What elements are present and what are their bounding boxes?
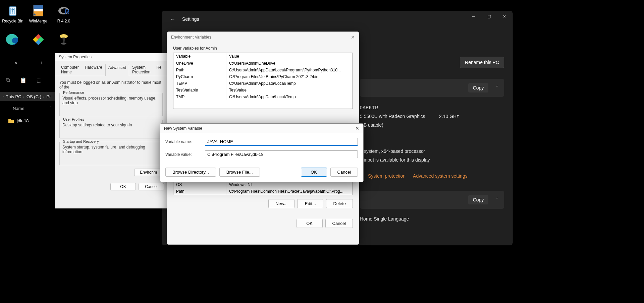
cpu-text: 5 5500U with Radeon Graphics — [360, 114, 425, 119]
explorer-tab[interactable]: ✕ — [0, 57, 32, 69]
minimize-button[interactable]: ─ — [466, 11, 481, 22]
touch-text: h input is available for this display — [360, 157, 430, 163]
winmerge-icon — [32, 4, 45, 17]
ai-icon[interactable]: ⬚ — [37, 77, 42, 83]
back-button[interactable]: ← — [167, 14, 178, 24]
close-icon[interactable]: ✕ — [355, 126, 359, 131]
user-vars-label: User variables for Admin — [167, 43, 359, 53]
table-row[interactable]: PathC:\Program Files\Common Files\Oracle… — [173, 188, 353, 195]
breadcrumb-osc[interactable]: OS (C:) — [26, 94, 41, 99]
table-row[interactable]: OSWindows_NT — [173, 181, 353, 188]
browse-directory-button[interactable]: Browse Directory... — [165, 168, 216, 177]
chevron-up-icon: ˆ — [496, 197, 498, 202]
new-button[interactable]: New... — [268, 199, 294, 208]
component-icon — [32, 33, 45, 46]
r-icon: R — [57, 4, 70, 17]
sysprops-buttons: OK Cancel — [55, 180, 167, 193]
tab-close-icon[interactable]: ✕ — [11, 59, 20, 67]
cancel-button[interactable]: Cancel — [330, 168, 358, 177]
window-controls: ─ ▢ ✕ — [466, 11, 512, 22]
table-row[interactable]: OneDriveC:\Users\Admin\OneDrive — [173, 60, 353, 67]
breadcrumb-chevron-icon: › — [3, 95, 4, 99]
user-profiles-group: User Profiles Desktop settings related t… — [59, 120, 163, 138]
svg-text:R: R — [64, 8, 69, 15]
breadcrumb[interactable]: › This PC › OS (C:) › Pr — [0, 92, 55, 101]
close-icon[interactable]: ✕ — [351, 35, 355, 40]
device-specs-panel[interactable]: Copy ˆ — [360, 79, 504, 97]
file-row-jdk18[interactable]: jdk-18 — [0, 116, 55, 125]
environment-variables-button[interactable]: Environm — [134, 169, 163, 176]
startup-recovery-group: Startup and Recovery System startup, sys… — [59, 142, 163, 165]
envvars-titlebar: Environment Variables ✕ — [167, 32, 359, 43]
tab-hardware[interactable]: Hardware — [82, 63, 105, 76]
browse-file-button[interactable]: Browse File... — [219, 168, 260, 177]
performance-group: Performance Visual effects, processor sc… — [59, 93, 163, 116]
settings-title: Settings — [182, 16, 199, 22]
chevron-right-icon: › — [23, 95, 24, 99]
breadcrumb-pr[interactable]: Pr — [46, 94, 51, 99]
table-row[interactable]: TEMPC:\Users\Admin\AppData\Local\Temp — [173, 80, 353, 87]
edit-button[interactable]: Edit... — [297, 199, 323, 208]
variable-name-label: Variable name: — [165, 139, 205, 144]
variable-value-label: Variable value: — [165, 152, 205, 157]
system-vars-buttons: New... Edit... Delete — [167, 195, 359, 212]
desktop-icon-winmerge[interactable]: WinMerge — [25, 3, 51, 28]
variable-value-input[interactable] — [205, 150, 358, 158]
system-properties-dialog: System Properties Computer Name Hardware… — [55, 53, 167, 208]
rename-pc-button[interactable]: Rename this PC — [460, 57, 504, 68]
tab-computer-name[interactable]: Computer Name — [58, 63, 82, 76]
edition-text: Home Single Language — [360, 216, 409, 222]
folder-icon — [8, 118, 14, 123]
desktop-icon-recycle-bin[interactable]: Recycle Bin — [0, 3, 25, 28]
delete-button[interactable]: Delete — [326, 199, 353, 208]
new-system-variable-dialog: New System Variable ✕ Variable name: Var… — [160, 123, 364, 182]
new-tab-button[interactable]: + — [34, 57, 49, 69]
tab-remote[interactable]: Re — [153, 63, 164, 76]
desktop-icon-edge[interactable] — [0, 32, 25, 57]
maximize-button[interactable]: ▢ — [481, 11, 497, 22]
recycle-bin-icon — [6, 4, 19, 17]
copy-icon[interactable]: ⧉ — [6, 77, 10, 83]
chevron-up-icon: ˆ — [496, 85, 498, 90]
sysprops-body: You must be logged on as an Administrato… — [55, 76, 167, 180]
table-row[interactable]: PyCharmC:\Program Files\JetBrains\PyChar… — [173, 73, 353, 80]
windows-specs-panel[interactable]: Copy ˆ — [360, 191, 504, 209]
link-advanced-system-settings[interactable]: Advanced system settings — [413, 173, 468, 179]
desktop-icon-r[interactable]: R R 4.2.0 — [51, 3, 76, 28]
user-vars-table[interactable]: Variable Value OneDriveC:\Users\Admin\On… — [173, 53, 353, 109]
sort-arrow-icon: ˆ — [50, 107, 51, 110]
svg-rect-2 — [34, 5, 43, 9]
device-name-text: 0AEKTR — [360, 105, 378, 110]
breadcrumb-thispc[interactable]: This PC — [6, 94, 21, 99]
newvar-titlebar: New System Variable ✕ — [160, 124, 363, 133]
chevron-right-icon: › — [43, 95, 44, 99]
copy-button[interactable]: Copy — [468, 195, 489, 204]
variable-name-input[interactable] — [205, 138, 358, 146]
table-header: Variable Value — [173, 53, 353, 60]
sysprops-tabs: Computer Name Hardware Advanced System P… — [55, 61, 167, 76]
paste-icon[interactable]: 📋 — [20, 77, 26, 83]
cpu-ghz-text: 2.10 GHz — [439, 114, 459, 119]
copy-button[interactable]: Copy — [468, 83, 489, 93]
desktop-icon-component[interactable] — [25, 32, 51, 57]
ok-button[interactable]: OK — [301, 168, 327, 177]
edge-icon — [6, 33, 19, 46]
desktop-icons: Recycle Bin WinMerge R R 4.2.0 — [0, 3, 76, 57]
table-row[interactable]: PathC:\Users\Admin\AppData\Local\Program… — [173, 67, 353, 73]
tab-system-protection[interactable]: System Protection — [129, 63, 153, 76]
envvars-dialog-buttons: OK Cancel — [167, 212, 359, 232]
cancel-button[interactable]: Cancel — [139, 183, 164, 190]
admin-note: You must be logged on as an Administrato… — [59, 80, 163, 89]
ok-button[interactable]: OK — [110, 183, 136, 190]
os-type-text: g system, x64-based processor — [360, 148, 425, 154]
cancel-button[interactable]: Cancel — [325, 219, 353, 228]
related-links: System protection Advanced system settin… — [368, 173, 468, 179]
tab-advanced[interactable]: Advanced — [105, 64, 129, 76]
table-row[interactable]: TMPC:\Users\Admin\AppData\Local\Temp — [173, 94, 353, 100]
filelist-header-name[interactable]: Name ˆ — [0, 104, 55, 113]
link-system-protection[interactable]: System protection — [368, 173, 406, 179]
close-button[interactable]: ✕ — [497, 11, 512, 22]
lamp-icon — [57, 33, 70, 46]
ok-button[interactable]: OK — [297, 219, 323, 228]
table-row[interactable]: TestVariableTestValue — [173, 87, 353, 94]
